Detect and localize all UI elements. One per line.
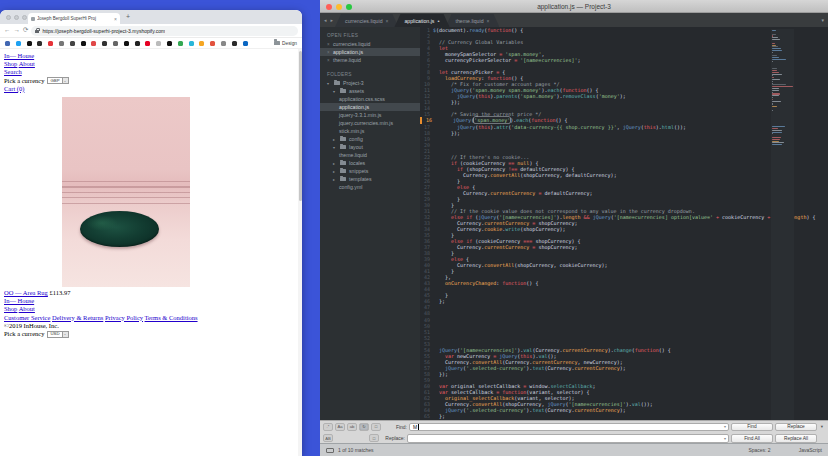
find-all-button[interactable]: Find All (731, 434, 773, 443)
bookmark-favicon[interactable] (5, 41, 10, 46)
bookmark-favicon[interactable] (59, 41, 64, 46)
bookmark-favicon[interactable] (167, 41, 172, 46)
bookmark-favicon[interactable] (48, 41, 53, 46)
back-icon[interactable]: ← (4, 27, 11, 34)
editor-tab[interactable]: theme.liquid× (446, 14, 500, 27)
open-file-item[interactable]: ×application.js (320, 48, 420, 56)
tab-close-icon[interactable]: × (386, 18, 389, 24)
tree-folder-item[interactable]: ▾Project-3 (320, 79, 420, 87)
find-button[interactable]: Find (731, 423, 773, 432)
in-selection-toggle[interactable]: □ (371, 423, 381, 431)
minimize-button[interactable] (14, 15, 19, 20)
highlight-matches-toggle[interactable]: □ (369, 434, 379, 442)
chevron-right-icon[interactable]: ▸ (333, 169, 338, 174)
bookmark-favicon[interactable] (102, 41, 107, 46)
tab-close-icon[interactable]: × (114, 16, 117, 22)
whole-word-toggle[interactable]: ab (347, 423, 357, 431)
tree-file-item[interactable]: jquery.currencies.min.js (320, 119, 420, 127)
bookmark-favicon[interactable] (113, 41, 118, 46)
product-image[interactable] (62, 97, 190, 287)
chevron-right-icon[interactable]: ▸ (333, 161, 338, 166)
customer-service-link[interactable]: Customer Service (4, 314, 50, 321)
code-editor[interactable]: 1$(document).ready(function() {2 3 // Cu… (420, 27, 828, 420)
bookmark-favicon[interactable] (81, 41, 86, 46)
footer-shop-link[interactable]: Shop (4, 305, 17, 312)
regex-toggle[interactable]: .* (323, 423, 333, 431)
zoom-button[interactable] (346, 4, 352, 10)
new-tab-button[interactable]: + (126, 13, 130, 20)
url-bar[interactable]: https://joseph-bergdoll-superhi-project-… (31, 26, 298, 36)
replace-button[interactable]: Replace (775, 423, 817, 432)
close-button[interactable] (326, 4, 332, 10)
chevron-down-icon[interactable]: ▾ (724, 424, 726, 429)
bookmarks-folder[interactable]: Design (274, 41, 297, 46)
bookmark-favicon[interactable] (232, 41, 237, 46)
chevron-right-icon[interactable]: ▸ (333, 137, 338, 142)
minimap[interactable] (771, 29, 794, 420)
editor-tab[interactable]: application.js• (394, 14, 449, 27)
home-link[interactable]: In— House (4, 52, 34, 59)
modified-dot-icon[interactable]: • (437, 18, 439, 24)
page-scrollbar[interactable] (298, 49, 302, 456)
bookmark-favicon[interactable] (16, 41, 21, 46)
tree-folder-item[interactable]: ▸locales (320, 159, 420, 167)
bookmark-favicon[interactable] (124, 41, 129, 46)
bookmark-favicon[interactable] (156, 41, 161, 46)
chevron-down-icon[interactable]: ▾ (327, 81, 332, 86)
editor-tab[interactable]: currencies.liquid× (335, 14, 398, 27)
bookmark-favicon[interactable] (91, 41, 96, 46)
preserve-case-toggle[interactable]: AB (323, 434, 333, 442)
tab-overflow-icon[interactable]: ▾ (821, 17, 824, 23)
replace-all-button[interactable]: Replace All (775, 434, 817, 443)
chevron-down-icon[interactable]: ▾ (333, 89, 338, 94)
open-file-item[interactable]: ×currencies.liquid (320, 40, 420, 48)
reload-icon[interactable]: ⟳ (23, 27, 28, 34)
bookmark-favicon[interactable] (70, 41, 75, 46)
case-sensitive-toggle[interactable]: Aa (335, 423, 345, 431)
tree-file-item[interactable]: theme.liquid (320, 151, 420, 159)
tree-file-item[interactable]: application.js (320, 103, 420, 111)
footer-home-link[interactable]: In— House (4, 297, 34, 304)
privacy-policy-link[interactable]: Privacy Policy (105, 314, 143, 321)
chevron-right-icon[interactable]: ▸ (333, 177, 338, 182)
cart-link[interactable]: Cart (0) (4, 85, 24, 92)
product-link[interactable]: OO — Area Rug (4, 289, 48, 296)
open-file-item[interactable]: ×theme.liquid (320, 56, 420, 64)
close-file-icon[interactable]: × (327, 42, 331, 47)
tree-file-item[interactable]: stick.min.js (320, 127, 420, 135)
tree-folder-item[interactable]: ▸snippets (320, 167, 420, 175)
bookmark-favicon[interactable] (145, 41, 150, 46)
close-file-icon[interactable]: × (327, 58, 331, 63)
bookmark-favicon[interactable] (221, 41, 226, 46)
tree-folder-item[interactable]: ▸templates (320, 175, 420, 183)
bookmark-favicon[interactable] (37, 41, 42, 46)
find-input[interactable]: M ▾ (409, 423, 729, 432)
close-file-icon[interactable]: × (327, 50, 331, 55)
tree-folder-item[interactable]: ▾layout (320, 143, 420, 151)
panel-more-icon[interactable]: ▾ (819, 424, 825, 429)
bookmark-favicon[interactable] (243, 41, 248, 46)
bookmark-favicon[interactable] (178, 41, 183, 46)
tree-file-item[interactable]: application.css.scss (320, 95, 420, 103)
about-link[interactable]: About (19, 60, 35, 67)
tree-folder-item[interactable]: ▸config (320, 135, 420, 143)
bookmark-favicon[interactable] (189, 41, 194, 46)
close-button[interactable] (6, 15, 11, 20)
terms-conditions-link[interactable]: Terms & Conditions (145, 314, 198, 321)
delivery-returns-link[interactable]: Delivery & Returns (52, 314, 103, 321)
syntax-setting[interactable]: JavaScript (799, 447, 822, 453)
bookmark-favicon[interactable] (27, 41, 32, 46)
browser-tab[interactable]: Joseph Bergdoll SuperHi Proj × (28, 13, 120, 24)
minimize-button[interactable] (336, 4, 342, 10)
indentation-setting[interactable]: Spaces: 2 (748, 447, 770, 453)
code-line[interactable]: 65 }; (420, 413, 828, 419)
chevron-down-icon[interactable]: ▾ (333, 145, 338, 150)
overlay-icon[interactable] (326, 448, 334, 453)
tab-close-icon[interactable]: × (487, 18, 490, 24)
replace-input[interactable]: ▾ (407, 434, 729, 443)
currency-select-bottom[interactable]: USD ⌄ (47, 331, 68, 338)
bookmark-favicon[interactable] (210, 41, 215, 46)
tree-folder-item[interactable]: ▾assets (320, 87, 420, 95)
search-link[interactable]: Search (4, 68, 22, 75)
tree-file-item[interactable]: config.yml (320, 183, 420, 191)
